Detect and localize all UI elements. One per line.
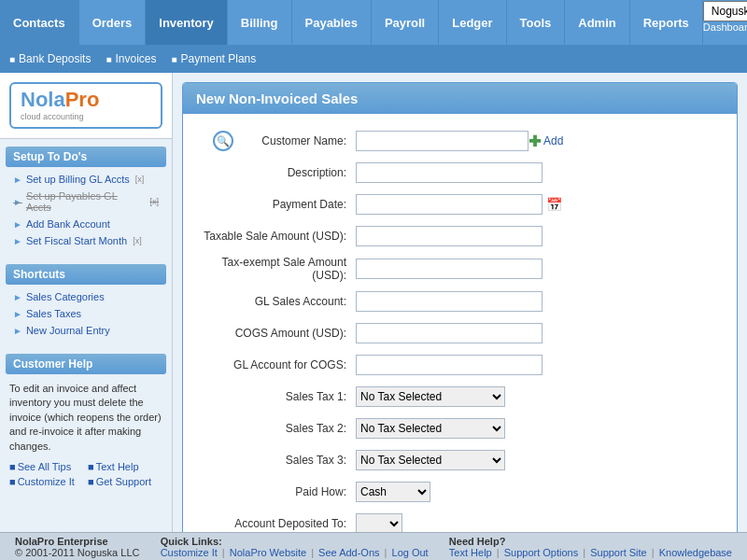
- subnav-payment-plans[interactable]: ■ Payment Plans: [172, 52, 257, 65]
- sales-tax3-row: Sales Tax 3: No Tax Selected Tax Selecte…: [202, 448, 718, 472]
- payment-icon: ■: [172, 54, 177, 64]
- dashboard-link[interactable]: Dashboard: [703, 21, 747, 44]
- footer-nolapro-link[interactable]: NolaPro Website: [230, 547, 306, 558]
- customer-help-section: Customer Help To edit an invoice and aff…: [6, 354, 166, 491]
- shortcuts-section: Shortcuts ► Sales Categories ► Sales Tax…: [6, 264, 166, 339]
- get-support-link[interactable]: ■ Get Support: [88, 476, 162, 487]
- footer-knowledgebase-link[interactable]: Knowledgebase: [659, 547, 732, 558]
- taxable-sale-input[interactable]: [356, 226, 543, 246]
- calendar-icon[interactable]: 📅: [546, 197, 562, 212]
- account-deposited-row: Account Deposited To:: [202, 511, 718, 532]
- gl-cogs-row: GL Account for COGS:: [202, 353, 718, 377]
- footer-customize-link[interactable]: Customize It: [161, 547, 218, 558]
- tab-billing[interactable]: Billing: [228, 0, 292, 45]
- product-name: NolaPro Enterprise: [15, 536, 139, 547]
- sales-tax2-row: Sales Tax 2: No Tax Selected Tax Selecte…: [202, 416, 718, 441]
- gl-cogs-label: GL Account for COGS:: [202, 358, 356, 371]
- subnav-invoices[interactable]: ■ Invoices: [106, 52, 156, 65]
- payment-date-input[interactable]: 2011-07-01: [356, 194, 543, 215]
- taxable-sale-row: Taxable Sale Amount (USD):: [202, 224, 718, 248]
- shortcut-new-journal[interactable]: ► New Journal Entry: [6, 322, 166, 339]
- logo-pro: Pro: [65, 88, 100, 111]
- customer-name-input[interactable]: [356, 131, 529, 151]
- dismiss-badge2[interactable]: [x]: [149, 197, 159, 206]
- sales-tax2-label: Sales Tax 2:: [202, 422, 356, 435]
- cogs-amount-input[interactable]: [356, 323, 543, 343]
- arrow-icon: ►: [13, 309, 22, 319]
- description-input[interactable]: [356, 162, 543, 183]
- setup-section: Setup To Do's ► Set up Billing GL Accts …: [6, 147, 166, 249]
- payment-date-row: Payment Date: 2011-07-01 📅: [202, 192, 718, 217]
- shortcut-sales-taxes[interactable]: ► Sales Taxes: [6, 305, 166, 322]
- paid-how-select[interactable]: Cash: [356, 482, 430, 502]
- gl-sales-label: GL Sales Account:: [202, 295, 356, 308]
- tab-inventory[interactable]: Inventory: [146, 0, 228, 45]
- logo-tagline: cloud accounting: [21, 112, 84, 121]
- tab-reports[interactable]: Reports: [630, 0, 703, 45]
- form-title: New Non-Invoiced Sales: [183, 83, 737, 114]
- help-text: To edit an invoice and affect inventory …: [6, 378, 166, 457]
- text-help-icon: ■: [88, 461, 94, 472]
- paid-how-label: Paid How:: [202, 485, 356, 498]
- tab-orders[interactable]: Orders: [79, 0, 147, 45]
- add-customer-button[interactable]: ✚ Add: [529, 133, 563, 150]
- footer-support-site-link[interactable]: Support Site: [590, 547, 647, 558]
- tab-payables[interactable]: Payables: [292, 0, 372, 45]
- arrow-icon: ►: [13, 175, 22, 185]
- customer-help-title: Customer Help: [6, 354, 166, 374]
- sales-tax3-select[interactable]: No Tax Selected Tax Selected: [356, 450, 505, 470]
- tab-ledger[interactable]: Ledger: [439, 0, 506, 45]
- invoices-icon: ■: [106, 54, 111, 64]
- text-help-link[interactable]: ■ Text Help: [88, 461, 162, 472]
- search-icon-area: 🔍: [202, 131, 239, 151]
- description-row: Description:: [202, 161, 718, 185]
- customer-name-row: 🔍 Customer Name: ✚ Add: [202, 129, 718, 153]
- tab-admin[interactable]: Admin: [565, 0, 629, 45]
- sales-tax1-row: Sales Tax 1: No Tax Selected Tax Selecte…: [202, 385, 718, 409]
- setup-bank-account[interactable]: ► Add Bank Account: [6, 216, 166, 232]
- tab-payroll[interactable]: Payroll: [372, 0, 439, 45]
- tab-contacts[interactable]: Contacts: [0, 0, 79, 45]
- footer-logout-link[interactable]: Log Out: [392, 547, 429, 558]
- customize-link[interactable]: ■ Customize It: [9, 476, 84, 487]
- sales-tax2-select[interactable]: No Tax Selected Tax Selected: [356, 418, 505, 439]
- footer-texthelp-link[interactable]: Text Help: [449, 547, 492, 558]
- sales-tax3-label: Sales Tax 3:: [202, 454, 356, 467]
- sales-tax1-select[interactable]: No Tax Selected Tax Selected: [356, 386, 505, 407]
- customer-name-label: Customer Name:: [239, 134, 356, 147]
- tab-tools[interactable]: Tools: [507, 0, 566, 45]
- setup-payables-gl[interactable]: ► Set up Payables GL Accts [x]: [6, 188, 166, 216]
- arrow-icon: ►: [13, 197, 22, 207]
- see-all-tips-link[interactable]: ■ See All Tips: [9, 461, 84, 472]
- tax-exempt-input[interactable]: [356, 259, 543, 279]
- search-icon[interactable]: 🔍: [213, 131, 233, 151]
- dismiss-badge[interactable]: [x]: [135, 175, 145, 184]
- company-select[interactable]: Noguska LLC: [703, 1, 747, 21]
- form-body: 🔍 Customer Name: ✚ Add Description:: [183, 114, 737, 532]
- account-deposited-label: Account Deposited To:: [202, 517, 356, 530]
- sidebar: NolaPro cloud accounting Setup To Do's ►…: [0, 73, 173, 532]
- gl-cogs-input[interactable]: [356, 355, 543, 375]
- form-panel: New Non-Invoiced Sales 🔍 Customer Name: …: [182, 82, 738, 532]
- nav-tabs: Contacts Orders Inventory Billing Payabl…: [0, 0, 703, 45]
- logo-area: NolaPro cloud accounting: [0, 73, 172, 139]
- dismiss-badge3[interactable]: [x]: [133, 236, 142, 245]
- footer-support-options-link[interactable]: Support Options: [504, 547, 579, 558]
- company-dropdown[interactable]: Noguska LLC: [703, 1, 747, 21]
- paid-how-row: Paid How: Cash: [202, 480, 718, 504]
- logo-box: NolaPro cloud accounting: [9, 82, 162, 129]
- footer-addons-link[interactable]: See Add-Ons: [318, 547, 379, 558]
- arrow-icon: ►: [13, 292, 22, 302]
- copyright: © 2001-2011 Noguska LLC: [15, 547, 139, 558]
- subnav-bank-deposits[interactable]: ■ Bank Deposits: [9, 52, 91, 65]
- help-links: ■ See All Tips ■ Text Help ■ Customize I…: [6, 457, 166, 491]
- shortcut-sales-categories[interactable]: ► Sales Categories: [6, 288, 166, 305]
- gl-sales-input[interactable]: [356, 291, 543, 312]
- customize-icon: ■: [9, 476, 16, 487]
- gl-sales-row: GL Sales Account:: [202, 289, 718, 314]
- content-area: New Non-Invoiced Sales 🔍 Customer Name: …: [173, 73, 747, 532]
- setup-fiscal-start[interactable]: ► Set Fiscal Start Month [x]: [6, 232, 166, 249]
- account-deposited-select[interactable]: [356, 513, 402, 532]
- setup-billing-gl[interactable]: ► Set up Billing GL Accts [x]: [6, 171, 166, 188]
- footer-center: Quick Links: Customize It | NolaPro Webs…: [161, 536, 429, 558]
